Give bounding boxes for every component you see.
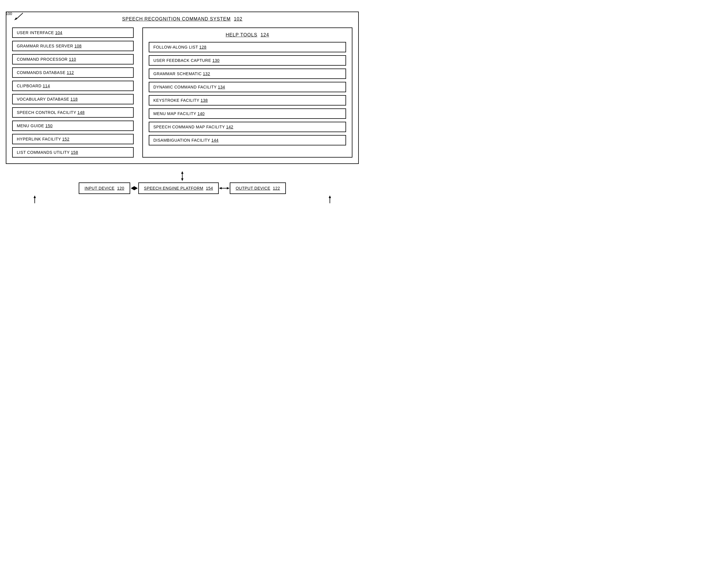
left-component-box: COMMANDS DATABASE 112 bbox=[12, 67, 134, 78]
svg-marker-5 bbox=[131, 186, 138, 190]
svg-marker-8 bbox=[227, 187, 230, 189]
speech-engine-ref: 154 bbox=[206, 186, 213, 191]
right-component-box: USER FEEDBACK CAPTURE 130 bbox=[149, 55, 346, 66]
right-component-box: DISAMBIGUATION FACILITY 144 bbox=[149, 135, 346, 145]
left-component-box: MENU GUIDE 150 bbox=[12, 120, 134, 131]
output-device-label: OUTPUT DEVICE bbox=[236, 186, 270, 191]
input-device-label: INPUT DEVICE bbox=[84, 186, 114, 191]
horizontal-double-arrow-icon bbox=[219, 186, 230, 191]
right-component-box: FOLLOW-ALONG LIST 128 bbox=[149, 42, 346, 52]
left-component-box: USER INTERFACE 104 bbox=[12, 27, 134, 38]
speech-engine-box: SPEECH ENGINE PLATFORM 154 bbox=[138, 183, 219, 194]
diagram-container: 100 SPEECH RECOGNITION COMMAND SYSTEM 10… bbox=[6, 11, 359, 204]
svg-marker-10 bbox=[33, 195, 36, 198]
left-component-box: LIST COMMANDS UTILITY 158 bbox=[12, 147, 134, 158]
right-items: FOLLOW-ALONG LIST 128USER FEEDBACK CAPTU… bbox=[149, 42, 346, 145]
bottom-row: INPUT DEVICE 120 SPEECH ENGINE PLATFORM … bbox=[6, 183, 359, 194]
help-tools-title-ref: 124 bbox=[260, 32, 269, 37]
up-arrow-right-icon bbox=[327, 195, 333, 204]
content-area: USER INTERFACE 104GRAMMAR RULES SERVER 1… bbox=[12, 27, 353, 158]
help-tools-box: HELP TOOLS 124 FOLLOW-ALONG LIST 128USER… bbox=[142, 27, 353, 158]
svg-marker-12 bbox=[329, 195, 331, 198]
bottom-section: INPUT DEVICE 120 SPEECH ENGINE PLATFORM … bbox=[6, 170, 359, 204]
left-component-box: GRAMMAR RULES SERVER 108 bbox=[12, 41, 134, 51]
input-device-box: INPUT DEVICE 120 bbox=[79, 183, 130, 194]
system-title-text: SPEECH RECOGNITION COMMAND SYSTEM bbox=[122, 17, 231, 21]
help-tools-title-text: HELP TOOLS bbox=[226, 32, 258, 37]
right-component-box: KEYSTROKE FACILITY 138 bbox=[149, 95, 346, 106]
help-tools-title: HELP TOOLS 124 bbox=[149, 32, 346, 37]
left-component-box: CLIPBOARD 114 bbox=[12, 81, 134, 91]
left-component-box: COMMAND PROCESSOR 110 bbox=[12, 54, 134, 64]
system-title-ref: 102 bbox=[234, 17, 242, 21]
left-component-box: HYPERLINK FACILITY 152 bbox=[12, 134, 134, 144]
left-component-box: SPEECH CONTROL FACILITY 148 bbox=[12, 107, 134, 118]
up-arrow-left-icon bbox=[32, 195, 37, 204]
output-device-box: OUTPUT DEVICE 122 bbox=[230, 183, 286, 194]
svg-marker-7 bbox=[219, 187, 222, 189]
right-component-box: SPEECH COMMAND MAP FACILITY 142 bbox=[149, 122, 346, 132]
right-component-box: MENU MAP FACILITY 140 bbox=[149, 108, 346, 119]
right-component-box: DYNAMIC COMMAND FACILITY 134 bbox=[149, 82, 346, 92]
left-component-box: VOCABULARY DATABASE 118 bbox=[12, 94, 134, 104]
output-device-ref: 122 bbox=[273, 186, 280, 191]
main-system-box: SPEECH RECOGNITION COMMAND SYSTEM 102 US… bbox=[6, 11, 359, 164]
svg-marker-4 bbox=[181, 178, 183, 181]
speech-engine-label: SPEECH ENGINE PLATFORM bbox=[144, 186, 203, 191]
vertical-double-arrow-icon bbox=[178, 171, 187, 181]
left-column: USER INTERFACE 104GRAMMAR RULES SERVER 1… bbox=[12, 27, 134, 158]
right-component-box: GRAMMAR SCHEMATIC 132 bbox=[149, 68, 346, 79]
svg-marker-3 bbox=[181, 171, 183, 174]
system-title: SPEECH RECOGNITION COMMAND SYSTEM 102 bbox=[12, 17, 353, 22]
input-device-ref: 120 bbox=[117, 186, 124, 191]
diamond-left-icon bbox=[130, 186, 138, 191]
